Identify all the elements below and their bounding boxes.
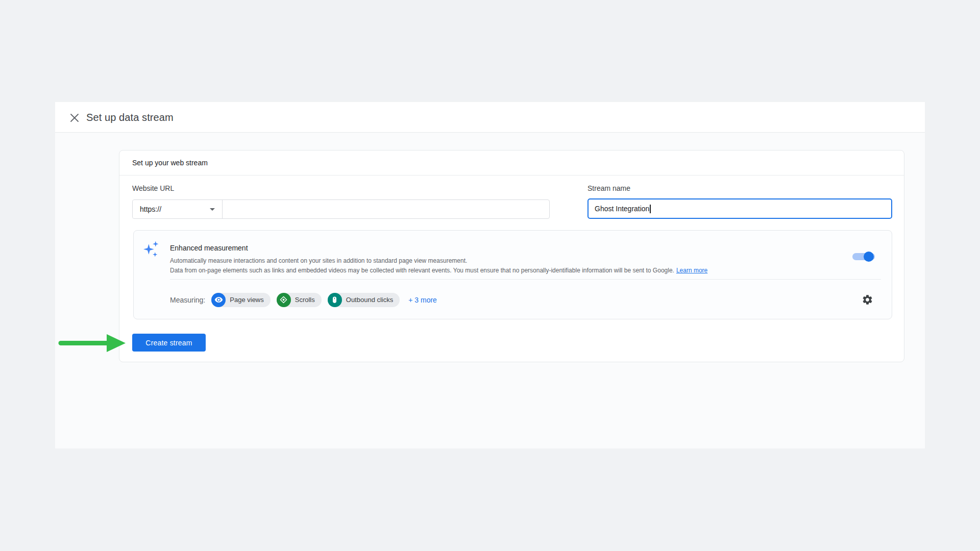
measuring-row: Measuring: Page views [170,280,881,320]
description-line-2: Data from on-page elements such as links… [170,267,674,274]
text-cursor [650,205,651,213]
mouse-icon [328,293,342,307]
stream-name-label: Stream name [587,184,630,192]
sparkle-icon [143,241,159,259]
page-title: Set up data stream [86,102,174,133]
scroll-diamond-icon [277,293,291,307]
chevron-down-icon [210,208,215,211]
chip-label: Page views [230,296,263,304]
stream-name-value: Ghost Integration [595,205,649,213]
card-title: Set up your web stream [132,151,208,175]
chip-outbound-clicks: Outbound clicks [328,293,400,307]
measuring-label: Measuring: [170,296,205,304]
annotation-arrow [57,333,128,354]
measurement-settings-button[interactable] [861,293,874,307]
eye-icon [211,293,226,307]
dialog-header: Set up data stream [55,102,925,133]
description-line-1: Automatically measure interactions and c… [170,257,467,264]
enhanced-measurement-toggle[interactable] [852,253,876,260]
setup-data-stream-dialog: Set up data stream Set up your web strea… [55,102,925,448]
chip-scrolls: Scrolls [277,293,322,307]
website-url-label: Website URL [132,184,174,192]
enhanced-measurement-title: Enhanced measurement [170,244,248,252]
close-button[interactable] [69,112,80,123]
chip-label: Outbound clicks [346,296,394,304]
chip-label: Scrolls [295,296,315,304]
toggle-thumb [864,252,874,262]
url-scheme-value: https:// [140,205,161,213]
close-icon [70,113,79,122]
enhanced-measurement-description: Automatically measure interactions and c… [170,256,849,276]
website-url-group: https:// [132,199,550,219]
gear-icon [862,294,873,306]
divider [119,175,904,176]
web-stream-card: Set up your web stream Website URL Strea… [119,150,904,362]
more-measurements-link[interactable]: + 3 more [408,296,437,304]
url-scheme-select[interactable]: https:// [133,200,223,218]
create-stream-button[interactable]: Create stream [132,334,206,352]
learn-more-link[interactable]: Learn more [676,267,707,274]
website-url-input[interactable] [223,200,549,218]
chip-page-views: Page views [211,293,270,307]
enhanced-measurement-section: Enhanced measurement Automatically measu… [133,230,892,319]
stream-name-input[interactable]: Ghost Integration [587,198,892,219]
